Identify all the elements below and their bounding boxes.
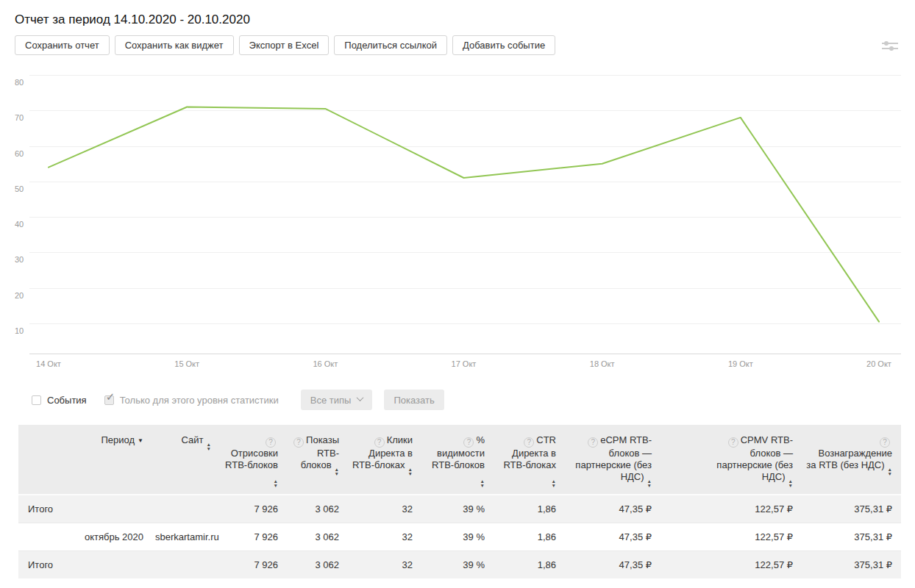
cell-impressions: 3 062 [287, 551, 348, 578]
table-header-row: Период▼ Сайт▲▼ ?Отрисовки RTB-блоков▲▼ ?… [18, 425, 901, 495]
cell-site [152, 551, 220, 578]
column-header-ctr[interactable]: ?CTR Директа в RTB-блоках▲▼ [494, 425, 565, 495]
help-icon[interactable]: ? [588, 437, 598, 448]
column-header-reward[interactable]: ?Вознаграждение за RTB (без НДС)▲▼ [802, 425, 901, 495]
cell-ecpm: 47,35 ₽ [565, 551, 661, 578]
cell-renders: 7 926 [220, 495, 287, 523]
save-report-button[interactable]: Сохранить отчет [15, 35, 110, 55]
help-icon[interactable]: ? [880, 437, 890, 448]
cell-renders: 7 926 [220, 551, 287, 578]
checkmark-icon: ✓ [106, 390, 115, 404]
chart-series-line [49, 107, 879, 322]
cell-site: sberkartamir.ru [152, 523, 220, 551]
cell-ctr: 1,86 [494, 551, 565, 578]
cell-visibility: 39 % [421, 523, 494, 551]
column-header-cpmv[interactable]: ?CPMV RTB-блоков — партнерские (без НДС)… [661, 425, 802, 495]
sort-icon: ▲▼ [207, 442, 211, 451]
sort-icon: ▲▼ [274, 479, 278, 488]
cell-cpmv: 122,57 ₽ [661, 551, 802, 578]
column-header-period[interactable]: Период▼ [18, 425, 152, 495]
column-header-visibility[interactable]: ?% видимости RTB-блоков▲▼ [421, 425, 494, 495]
events-checkbox-label[interactable]: События [47, 395, 87, 406]
sort-desc-icon: ▼ [138, 437, 143, 444]
sort-icon: ▲▼ [480, 479, 485, 488]
help-icon[interactable]: ? [728, 437, 738, 448]
sort-icon: ▲▼ [335, 467, 339, 476]
cell-period: Итого [18, 495, 152, 523]
cell-cpmv: 122,57 ₽ [661, 523, 802, 551]
table-row-data: октябрь 2020 sberkartamir.ru 7 926 3 062… [18, 523, 901, 551]
cell-visibility: 39 % [421, 495, 494, 523]
line-chart: 807060504030201014 Окт15 Окт16 Окт17 Окт… [15, 71, 901, 372]
event-type-select[interactable]: Все типы [301, 390, 373, 410]
cell-impressions: 3 062 [287, 523, 348, 551]
cell-ecpm: 47,35 ₽ [565, 495, 661, 523]
events-checkbox[interactable] [32, 395, 41, 405]
help-icon[interactable]: ? [266, 437, 276, 448]
cell-reward: 375,31 ₽ [802, 551, 901, 578]
cell-clicks: 32 [348, 495, 421, 523]
column-header-clicks[interactable]: ?Клики Директа в RTB-блоках▲▼ [348, 425, 421, 495]
cell-ctr: 1,86 [494, 523, 565, 551]
chevron-down-icon [357, 394, 364, 401]
share-link-button[interactable]: Поделиться ссылкой [334, 35, 447, 55]
cell-clicks: 32 [348, 523, 421, 551]
add-event-button[interactable]: Добавить событие [452, 35, 555, 55]
save-widget-button[interactable]: Сохранить как виджет [115, 35, 234, 55]
cell-cpmv: 122,57 ₽ [661, 495, 802, 523]
cell-period: Итого [18, 551, 152, 578]
table-row-total: Итого 7 926 3 062 32 39 % 1,86 47,35 ₽ 1… [18, 551, 901, 578]
report-page: Отчет за период 14.10.2020 - 20.10.2020 … [0, 0, 915, 578]
table-row-total: Итого 7 926 3 062 32 39 % 1,86 47,35 ₽ 1… [18, 495, 901, 523]
column-header-ecpm[interactable]: ?eCPM RTB-блоков — партнерские (без НДС)… [565, 425, 661, 495]
events-bar: События ✓ Только для этого уровня статис… [32, 390, 901, 410]
show-button[interactable]: Показать [384, 390, 444, 410]
report-table: Период▼ Сайт▲▼ ?Отрисовки RTB-блоков▲▼ ?… [18, 425, 901, 578]
help-icon[interactable]: ? [374, 437, 385, 448]
column-header-renders[interactable]: ?Отрисовки RTB-блоков▲▼ [220, 425, 287, 495]
cell-visibility: 39 % [421, 551, 494, 578]
level-checkbox-label[interactable]: Только для этого уровня статистики [120, 395, 279, 406]
event-type-select-value: Все типы [310, 395, 352, 406]
cell-reward: 375,31 ₽ [802, 495, 901, 523]
help-icon[interactable]: ? [524, 437, 534, 448]
cell-ctr: 1,86 [494, 495, 565, 523]
help-icon[interactable]: ? [293, 437, 304, 448]
cell-renders: 7 926 [220, 523, 287, 551]
filter-settings-icon[interactable] [881, 39, 899, 54]
cell-site [152, 495, 220, 523]
column-header-impressions[interactable]: ?Показы RTB-блоков▲▼ [287, 425, 348, 495]
sort-icon: ▲▼ [647, 479, 652, 488]
help-icon[interactable]: ? [463, 437, 474, 448]
sort-icon: ▲▼ [888, 467, 892, 476]
toolbar: Сохранить отчет Сохранить как виджет Экс… [15, 35, 901, 55]
cell-clicks: 32 [348, 551, 421, 578]
cell-impressions: 3 062 [287, 495, 348, 523]
page-title: Отчет за период 14.10.2020 - 20.10.2020 [15, 12, 901, 27]
sort-icon: ▲▼ [552, 479, 556, 488]
sort-icon: ▲▼ [788, 479, 793, 488]
chart-plot-area [15, 71, 901, 372]
cell-period: октябрь 2020 [18, 523, 152, 551]
cell-ecpm: 47,35 ₽ [565, 523, 661, 551]
sort-icon: ▲▼ [408, 467, 413, 476]
export-excel-button[interactable]: Экспорт в Excel [239, 35, 330, 55]
column-header-site[interactable]: Сайт▲▼ [152, 425, 220, 495]
cell-reward: 375,31 ₽ [802, 523, 901, 551]
level-checkbox[interactable]: ✓ [104, 395, 114, 405]
